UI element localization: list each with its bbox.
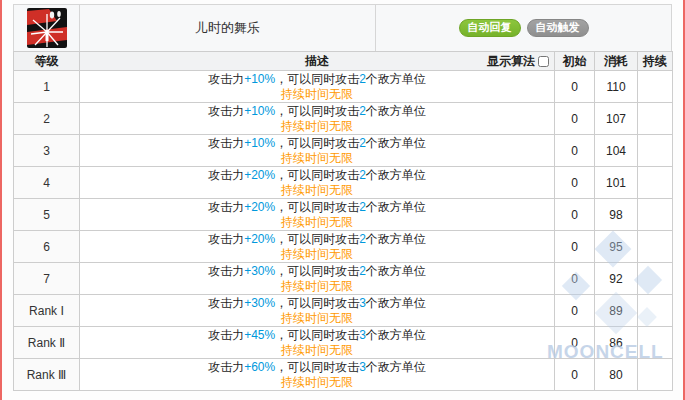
target-count-value: 2 [359, 232, 366, 246]
level-cell: Rank Ⅱ [14, 327, 80, 359]
column-header-level: 等级 [14, 52, 80, 71]
badge-auto-trigger: 自动触发 [527, 19, 589, 37]
description-header-label: 描述 [305, 54, 329, 68]
badge-auto-recovery: 自动回复 [459, 19, 521, 37]
screenshot-left-red-border [0, 0, 2, 400]
desc-prefix: 攻击力 [208, 328, 244, 342]
description-line1: 攻击力+30%，可以同时攻击2个敌方单位 [80, 263, 554, 279]
desc-suffix: 个敌方单位 [366, 200, 426, 214]
table-row: 7 攻击力+30%，可以同时攻击2个敌方单位 持续时间无限 0 92 [14, 263, 673, 295]
table-row: 5 攻击力+20%，可以同时攻击2个敌方单位 持续时间无限 0 98 [14, 199, 673, 231]
level-cell: 7 [14, 263, 80, 295]
table-row: Rank Ⅲ 攻击力+60%，可以同时攻击3个敌方单位 持续时间无限 0 80 [14, 359, 673, 391]
desc-mid: ，可以同时攻击 [275, 72, 359, 86]
duration-cell [638, 263, 673, 295]
desc-prefix: 攻击力 [208, 296, 244, 310]
atk-buff-value: +45% [244, 328, 275, 342]
column-header-cost: 消耗 [595, 52, 638, 71]
infinite-duration-text: 持续时间无限 [80, 311, 554, 326]
desc-prefix: 攻击力 [208, 200, 244, 214]
duration-cell [638, 295, 673, 327]
desc-suffix: 个敌方单位 [366, 360, 426, 374]
desc-mid: ，可以同时攻击 [275, 168, 359, 182]
target-count-value: 3 [359, 296, 366, 310]
table-row: 2 攻击力+10%，可以同时攻击2个敌方单位 持续时间无限 0 107 [14, 103, 673, 135]
description-cell: 攻击力+10%，可以同时攻击2个敌方单位 持续时间无限 [80, 71, 555, 103]
initial-sp-cell: 0 [555, 71, 595, 103]
level-cell: Rank Ⅲ [14, 359, 80, 391]
atk-buff-value: +20% [244, 200, 275, 214]
description-cell: 攻击力+30%，可以同时攻击2个敌方单位 持续时间无限 [80, 263, 555, 295]
level-cell: 5 [14, 199, 80, 231]
infinite-duration-text: 持续时间无限 [80, 279, 554, 294]
infinite-duration-text: 持续时间无限 [80, 119, 554, 134]
sp-cost-cell: 110 [595, 71, 638, 103]
target-count-value: 2 [359, 168, 366, 182]
desc-mid: ，可以同时攻击 [275, 328, 359, 342]
skill-panel: 儿时的舞乐 自动回复 自动触发 等级 描述 显示算法 初始 消耗 [13, 4, 672, 391]
level-cell: 1 [14, 71, 80, 103]
table-header: 等级 描述 显示算法 初始 消耗 持续 [14, 52, 673, 71]
sp-cost-cell: 92 [595, 263, 638, 295]
description-line1: 攻击力+30%，可以同时攻击3个敌方单位 [80, 295, 554, 311]
skill-header: 儿时的舞乐 自动回复 自动触发 [13, 4, 672, 52]
infinite-duration-text: 持续时间无限 [80, 375, 554, 390]
sp-cost-cell: 104 [595, 135, 638, 167]
initial-sp-cell: 0 [555, 103, 595, 135]
description-line1: 攻击力+10%，可以同时攻击2个敌方单位 [80, 71, 554, 87]
infinite-duration-text: 持续时间无限 [80, 343, 554, 358]
desc-suffix: 个敌方单位 [366, 232, 426, 246]
desc-suffix: 个敌方单位 [366, 72, 426, 86]
duration-cell [638, 103, 673, 135]
initial-sp-cell: 0 [555, 199, 595, 231]
atk-buff-value: +10% [244, 136, 275, 150]
dancer-starburst-icon[interactable] [27, 8, 67, 48]
infinite-duration-text: 持续时间无限 [80, 247, 554, 262]
level-cell: 6 [14, 231, 80, 263]
duration-cell [638, 135, 673, 167]
atk-buff-value: +10% [244, 104, 275, 118]
description-line1: 攻击力+45%，可以同时攻击3个敌方单位 [80, 327, 554, 343]
table-row: Rank Ⅰ 攻击力+30%，可以同时攻击3个敌方单位 持续时间无限 0 89 [14, 295, 673, 327]
sp-cost-cell: 80 [595, 359, 638, 391]
skill-badges: 自动回复 自动触发 [376, 5, 671, 51]
skill-table-body: 1 攻击力+10%，可以同时攻击2个敌方单位 持续时间无限 0 110 2 攻击… [14, 71, 673, 391]
desc-prefix: 攻击力 [208, 104, 244, 118]
target-count-value: 2 [359, 136, 366, 150]
description-cell: 攻击力+20%，可以同时攻击2个敌方单位 持续时间无限 [80, 167, 555, 199]
desc-suffix: 个敌方单位 [366, 136, 426, 150]
desc-prefix: 攻击力 [208, 168, 244, 182]
target-count-value: 3 [359, 360, 366, 374]
infinite-duration-text: 持续时间无限 [80, 151, 554, 166]
table-row: 3 攻击力+10%，可以同时攻击2个敌方单位 持续时间无限 0 104 [14, 135, 673, 167]
desc-mid: ，可以同时攻击 [275, 264, 359, 278]
initial-sp-cell: 0 [555, 327, 595, 359]
sp-cost-cell: 95 [595, 231, 638, 263]
desc-prefix: 攻击力 [208, 360, 244, 374]
desc-suffix: 个敌方单位 [366, 328, 426, 342]
description-cell: 攻击力+60%，可以同时攻击3个敌方单位 持续时间无限 [80, 359, 555, 391]
sp-cost-cell: 107 [595, 103, 638, 135]
atk-buff-value: +60% [244, 360, 275, 374]
atk-buff-value: +10% [244, 72, 275, 86]
initial-sp-cell: 0 [555, 167, 595, 199]
description-line1: 攻击力+20%，可以同时攻击2个敌方单位 [80, 199, 554, 215]
desc-suffix: 个敌方单位 [366, 264, 426, 278]
description-cell: 攻击力+30%，可以同时攻击3个敌方单位 持续时间无限 [80, 295, 555, 327]
desc-mid: ，可以同时攻击 [275, 136, 359, 150]
desc-prefix: 攻击力 [208, 232, 244, 246]
description-line1: 攻击力+20%，可以同时攻击2个敌方单位 [80, 231, 554, 247]
sp-cost-cell: 86 [595, 327, 638, 359]
description-line1: 攻击力+10%，可以同时攻击2个敌方单位 [80, 103, 554, 119]
level-cell: 3 [14, 135, 80, 167]
description-cell: 攻击力+20%，可以同时攻击2个敌方单位 持续时间无限 [80, 199, 555, 231]
desc-suffix: 个敌方单位 [366, 104, 426, 118]
column-header-initial: 初始 [555, 52, 595, 71]
show-formula-control: 显示算法 [487, 52, 549, 70]
desc-mid: ，可以同时攻击 [275, 104, 359, 118]
desc-mid: ，可以同时攻击 [275, 296, 359, 310]
skill-name: 儿时的舞乐 [80, 5, 376, 51]
desc-mid: ，可以同时攻击 [275, 360, 359, 374]
show-formula-checkbox[interactable] [538, 56, 549, 67]
duration-cell [638, 231, 673, 263]
